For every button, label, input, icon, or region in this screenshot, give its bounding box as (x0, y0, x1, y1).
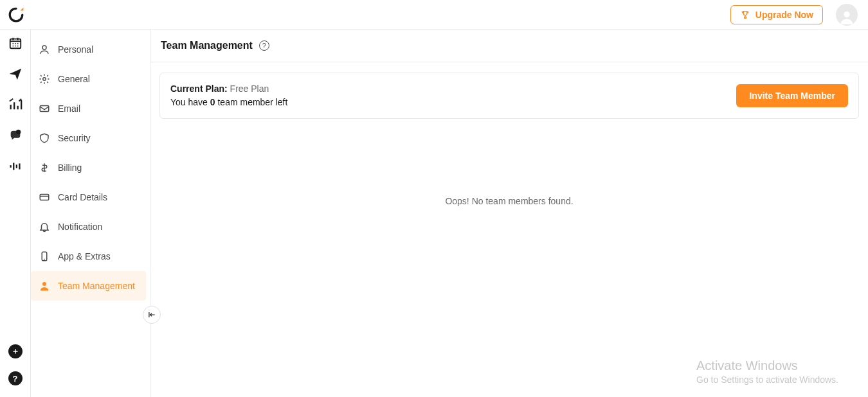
sidebar-item-label: App & Extras (58, 251, 111, 261)
svg-point-8 (12, 46, 14, 47)
sidebar-item-label: Card Details (58, 192, 107, 202)
upgrade-button[interactable]: Upgrade Now (730, 5, 823, 24)
svg-point-11 (15, 130, 20, 134)
remaining-count: 0 (210, 97, 215, 107)
watermark-title: Activate Windows (696, 357, 838, 374)
svg-point-9 (15, 46, 16, 47)
sidebar-item-notification[interactable]: Notification (31, 212, 146, 242)
app-logo-icon (8, 6, 24, 23)
windows-watermark: Activate Windows Go to Settings to activ… (696, 357, 838, 385)
sidebar-item-label: Notification (58, 222, 102, 232)
card-icon (39, 191, 50, 203)
collapse-sidebar-button[interactable] (143, 306, 161, 324)
sidebar-item-billing[interactable]: Billing (31, 153, 146, 182)
plan-info: Current Plan: Free Plan You have 0 team … (170, 82, 287, 109)
plan-value: Free Plan (230, 84, 269, 94)
analytics-icon[interactable] (8, 98, 23, 112)
page-title: Team Management (161, 40, 253, 51)
svg-point-10 (17, 46, 18, 47)
gear-icon (39, 73, 50, 85)
audio-icon[interactable] (8, 159, 23, 173)
plan-label: Current Plan: (170, 84, 228, 94)
page-help-icon[interactable]: ? (259, 40, 269, 51)
watermark-subtitle: Go to Settings to activate Windows. (696, 374, 838, 385)
sidebar-item-label: Personal (58, 44, 93, 55)
send-icon[interactable] (8, 67, 23, 81)
svg-rect-20 (40, 106, 49, 112)
sidebar-item-label: General (58, 74, 90, 84)
svg-point-7 (17, 43, 18, 44)
sidebar-item-label: Billing (58, 163, 82, 173)
shield-icon (39, 132, 50, 144)
sidebar-item-card-details[interactable]: Card Details (31, 182, 146, 212)
person-icon (39, 44, 50, 55)
avatar[interactable] (836, 4, 858, 26)
add-button[interactable] (8, 344, 23, 358)
sidebar-item-label: Email (58, 103, 80, 114)
main-content: Team Management ? Current Plan: Free Pla… (150, 30, 868, 397)
mail-icon (39, 103, 50, 114)
sidebar-item-label: Team Management (58, 281, 135, 291)
chat-icon[interactable] (8, 128, 23, 143)
person-solid-icon (39, 280, 50, 292)
sidebar-item-app-extras[interactable]: App & Extras (31, 242, 146, 271)
settings-sidebar: Personal General Email Security Billing … (31, 30, 150, 397)
sidebar-item-security[interactable]: Security (31, 123, 146, 153)
sidebar-item-personal[interactable]: Personal (31, 35, 146, 64)
sidebar-item-team-management[interactable]: Team Management (31, 271, 146, 301)
remaining-prefix: You have (170, 97, 208, 107)
svg-point-25 (42, 282, 46, 286)
invite-button-label: Invite Team Member (749, 91, 835, 101)
upgrade-button-label: Upgrade Now (755, 10, 813, 20)
svg-point-18 (42, 46, 46, 49)
svg-rect-21 (40, 195, 49, 200)
dollar-icon (39, 162, 50, 173)
phone-icon (39, 251, 50, 262)
calendar-icon[interactable] (8, 36, 23, 50)
nav-rail: ? (0, 30, 31, 397)
empty-state-message: Oops! No team members found. (150, 196, 868, 206)
help-button[interactable]: ? (8, 371, 23, 385)
sidebar-item-label: Security (58, 133, 91, 143)
svg-point-5 (12, 43, 14, 44)
trophy-icon (740, 10, 750, 20)
top-bar: Upgrade Now (0, 0, 868, 30)
plan-card: Current Plan: Free Plan You have 0 team … (159, 73, 859, 119)
bell-icon (39, 221, 50, 233)
invite-team-member-button[interactable]: Invite Team Member (736, 84, 848, 107)
svg-point-6 (15, 43, 16, 44)
remaining-suffix: team member left (217, 97, 287, 107)
svg-point-0 (844, 11, 849, 17)
page-header: Team Management ? (150, 30, 868, 62)
sidebar-item-general[interactable]: General (31, 64, 146, 94)
svg-point-19 (43, 78, 46, 81)
sidebar-item-email[interactable]: Email (31, 94, 146, 123)
